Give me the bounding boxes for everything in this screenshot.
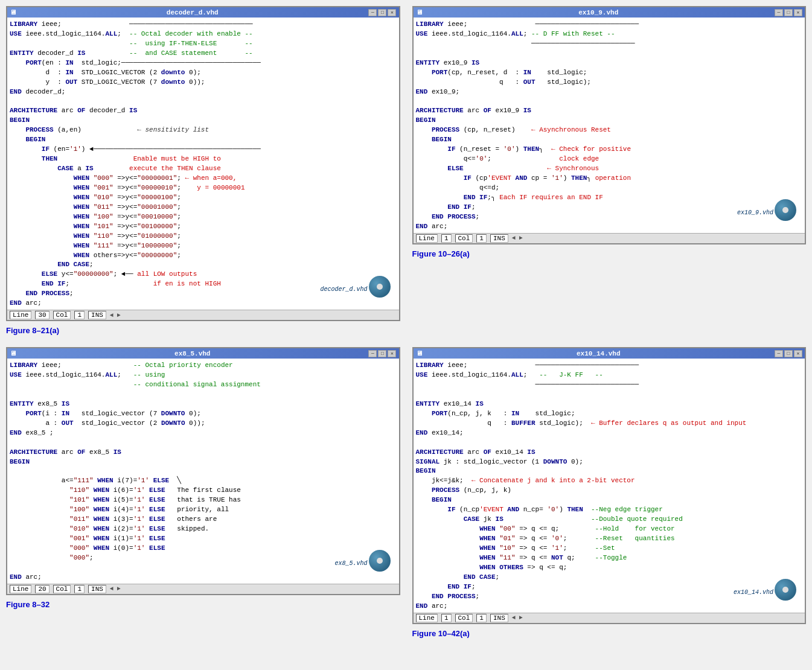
titlebar-buttons: ─ □ ✕ — [368, 9, 396, 16]
editor-decoder-d: 🖥 decoder_d.vhd ─ □ ✕ LIBRARY ieee; ────… — [6, 6, 400, 321]
code-ex10-9: LIBRARY ieee; ──────────────────────────… — [416, 20, 803, 232]
figure-10-26a-block: 🖥 ex10_9.vhd ─ □ ✕ LIBRARY ieee; ───────… — [412, 6, 807, 335]
disc-icon-1 — [369, 276, 391, 298]
code-ex8-5: LIBRARY ieee; -- Octal priority encoder … — [10, 361, 397, 582]
minimize-btn-4[interactable]: ─ — [775, 350, 783, 357]
status-line-val-4: 1 — [441, 614, 452, 622]
figure-8-32-block: 🖥 ex8_5.vhd ─ □ ✕ LIBRARY ieee; -- Octal… — [6, 347, 400, 637]
titlebar-buttons-4: ─ □ ✕ — [775, 350, 802, 357]
editor-wrapper-ex10-14: LIBRARY ieee; ──────────────────────────… — [414, 359, 805, 612]
status-col-label-4: Col — [455, 614, 473, 622]
disc-inner-1 — [377, 284, 383, 290]
editor-ex8-5: 🖥 ex8_5.vhd ─ □ ✕ LIBRARY ieee; -- Octal… — [6, 347, 400, 595]
disc-label-1: decoder_d.vhd — [320, 286, 367, 293]
titlebar-ex10-14: 🖥 ex10_14.vhd ─ □ ✕ — [414, 348, 805, 359]
status-line-label-3: Line — [416, 234, 438, 243]
statusbar-4: Line 1 Col 1 INS ◄ ► — [414, 613, 805, 623]
editor-wrapper-ex10-9: LIBRARY ieee; ──────────────────────────… — [414, 18, 805, 233]
status-arrow-4: ◄ ► — [512, 614, 523, 621]
figure-label-10-26a: Figure 10–26(a) — [412, 249, 807, 258]
titlebar-buttons-2: ─ □ ✕ — [775, 9, 802, 16]
figure-label-8-32: Figure 8–32 — [6, 600, 400, 609]
minimize-btn-2b[interactable]: ─ — [368, 350, 377, 357]
maximize-btn[interactable]: □ — [378, 9, 386, 16]
editor-wrapper-decoder-d: LIBRARY ieee; ──────────────────────────… — [7, 18, 399, 310]
figure-label-10-42a: Figure 10–42(a) — [412, 629, 807, 638]
close-btn-2[interactable]: ✕ — [794, 9, 802, 16]
status-col-val-2: 1 — [74, 585, 85, 593]
status-line-val-3: 1 — [441, 234, 452, 243]
close-btn-2b[interactable]: ✕ — [388, 350, 396, 357]
maximize-btn-2[interactable]: □ — [784, 9, 793, 16]
status-line-label-1: Line — [10, 311, 31, 319]
disc-inner-4 — [782, 587, 788, 593]
minimize-btn[interactable]: ─ — [368, 9, 377, 16]
editor-ex10-14: 🖥 ex10_14.vhd ─ □ ✕ LIBRARY ieee; ──────… — [412, 347, 807, 624]
disc-inner-2 — [377, 558, 383, 564]
title-text-4: ex10_14.vhd — [577, 350, 621, 357]
status-line-val-1: 30 — [35, 311, 49, 319]
status-line-label-4: Line — [416, 614, 438, 622]
minimize-btn-2[interactable]: ─ — [775, 9, 783, 16]
disc-label-4: ex10_14.vhd — [734, 589, 773, 596]
titlebar-buttons-2b: ─ □ ✕ — [368, 350, 396, 357]
figure-10-42a-block: 🖥 ex10_14.vhd ─ □ ✕ LIBRARY ieee; ──────… — [412, 347, 807, 637]
status-ins-4: INS — [490, 614, 508, 622]
status-line-label-2: Line — [10, 585, 31, 593]
title-icon-2: 🖥 — [416, 8, 423, 16]
editor-body-ex10-14: LIBRARY ieee; ──────────────────────────… — [414, 359, 805, 612]
status-col-val-4: 1 — [476, 614, 487, 622]
code-decoder-d: LIBRARY ieee; ──────────────────────────… — [10, 20, 397, 308]
titlebar-decoder-d: 🖥 decoder_d.vhd ─ □ ✕ — [7, 7, 399, 18]
status-ins-2: INS — [88, 585, 106, 593]
code-ex10-14: LIBRARY ieee; ──────────────────────────… — [416, 361, 803, 611]
title-icon: 🖥 — [10, 8, 16, 16]
disc-icon-2 — [369, 550, 391, 572]
status-arrow-2: ◄ ► — [110, 585, 121, 592]
status-arrow-1: ◄ ► — [110, 312, 121, 319]
title-text-2b: ex8_5.vhd — [174, 350, 210, 357]
status-col-val-3: 1 — [476, 234, 487, 243]
statusbar-3: Line 1 Col 1 INS ◄ ► — [414, 233, 805, 243]
status-col-label-1: Col — [53, 311, 71, 319]
statusbar-2: Line 20 Col 1 INS ◄ ► — [7, 584, 399, 594]
close-btn-4[interactable]: ✕ — [794, 350, 802, 357]
titlebar-ex10-9: 🖥 ex10_9.vhd ─ □ ✕ — [414, 7, 805, 18]
maximize-btn-4[interactable]: □ — [784, 350, 793, 357]
status-col-label-2: Col — [53, 585, 71, 593]
disc-label-3: ex10_9.vhd — [737, 209, 773, 216]
close-btn[interactable]: ✕ — [388, 9, 396, 16]
disc-inner-3 — [782, 207, 788, 213]
disc-icon-4 — [775, 579, 796, 601]
disc-label-2: ex8_5.vhd — [334, 560, 367, 567]
status-col-label-3: Col — [455, 234, 473, 243]
figure-label-8-21a: Figure 8–21(a) — [6, 326, 400, 335]
editor-ex10-9: 🖥 ex10_9.vhd ─ □ ✕ LIBRARY ieee; ───────… — [412, 6, 807, 244]
status-col-val-1: 1 — [74, 311, 85, 319]
editor-body-ex8-5: LIBRARY ieee; -- Octal priority encoder … — [7, 359, 399, 584]
titlebar-ex8-5: 🖥 ex8_5.vhd ─ □ ✕ — [7, 348, 399, 359]
status-arrow-3: ◄ ► — [512, 235, 523, 241]
title-icon-4: 🖥 — [416, 349, 423, 357]
disc-icon-3 — [775, 199, 796, 221]
status-ins-1: INS — [88, 311, 106, 319]
editor-wrapper-ex8-5: LIBRARY ieee; -- Octal priority encoder … — [7, 359, 399, 584]
status-line-val-2: 20 — [35, 585, 49, 593]
title-text: decoder_d.vhd — [167, 9, 219, 16]
main-grid: 🖥 decoder_d.vhd ─ □ ✕ LIBRARY ieee; ────… — [6, 6, 806, 638]
editor-body-ex10-9: LIBRARY ieee; ──────────────────────────… — [414, 18, 805, 233]
figure-8-21a-block: 🖥 decoder_d.vhd ─ □ ✕ LIBRARY ieee; ────… — [6, 6, 400, 335]
status-ins-3: INS — [490, 234, 508, 243]
title-text-2: ex10_9.vhd — [578, 9, 618, 16]
maximize-btn-2b[interactable]: □ — [378, 350, 386, 357]
statusbar-1: Line 30 Col 1 INS ◄ ► — [7, 310, 399, 320]
editor-body-decoder-d: LIBRARY ieee; ──────────────────────────… — [7, 18, 399, 310]
title-icon-2b: 🖥 — [10, 349, 16, 357]
